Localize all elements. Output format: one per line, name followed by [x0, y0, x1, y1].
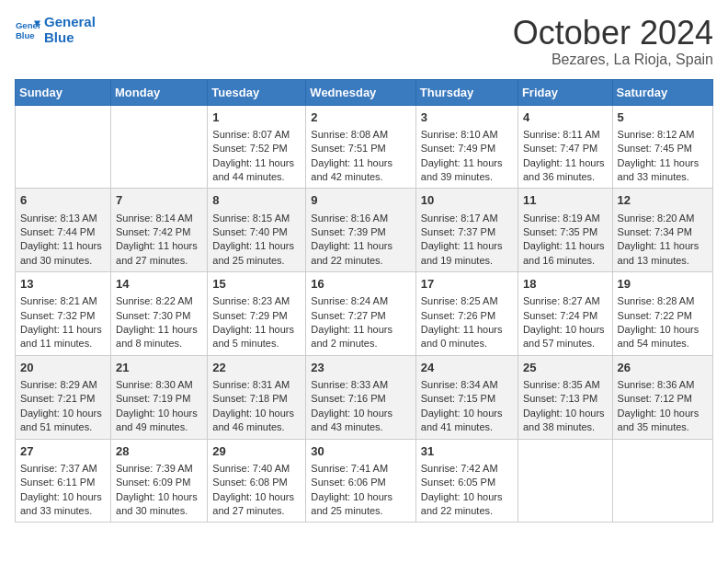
calendar-cell: 25Sunrise: 8:35 AMSunset: 7:13 PMDayligh…	[518, 355, 612, 439]
day-number: 12	[618, 192, 708, 209]
day-number: 29	[212, 443, 301, 460]
sunrise-text: Sunrise: 8:33 AM	[311, 378, 410, 392]
sunrise-text: Sunrise: 8:10 AM	[421, 128, 513, 142]
sunset-text: Sunset: 7:13 PM	[523, 392, 608, 406]
daylight-text: Daylight: 11 hours and 5 minutes.	[212, 323, 301, 351]
day-number: 22	[212, 360, 301, 376]
sunrise-text: Sunrise: 8:25 AM	[421, 294, 513, 308]
day-number: 6	[20, 192, 106, 209]
sunrise-text: Sunrise: 8:23 AM	[212, 294, 301, 308]
calendar-cell: 20Sunrise: 8:29 AMSunset: 7:21 PMDayligh…	[16, 355, 111, 439]
calendar-cell: 6Sunrise: 8:13 AMSunset: 7:44 PMDaylight…	[16, 189, 111, 272]
calendar-cell	[612, 439, 712, 523]
calendar-cell: 21Sunrise: 8:30 AMSunset: 7:19 PMDayligh…	[111, 355, 208, 439]
daylight-text: Daylight: 10 hours and 30 minutes.	[116, 490, 202, 519]
calendar-cell: 12Sunrise: 8:20 AMSunset: 7:34 PMDayligh…	[612, 189, 712, 272]
daylight-text: Daylight: 11 hours and 44 minutes.	[212, 156, 301, 185]
calendar-cell: 7Sunrise: 8:14 AMSunset: 7:42 PMDaylight…	[111, 189, 208, 272]
day-number: 23	[311, 360, 410, 376]
calendar-cell: 26Sunrise: 8:36 AMSunset: 7:12 PMDayligh…	[612, 355, 712, 439]
daylight-text: Daylight: 10 hours and 27 minutes.	[212, 490, 301, 519]
day-number: 2	[311, 109, 410, 126]
col-header-wednesday: Wednesday	[306, 79, 415, 105]
daylight-text: Daylight: 10 hours and 49 minutes.	[116, 407, 202, 435]
sunset-text: Sunset: 7:21 PM	[20, 392, 106, 406]
sunset-text: Sunset: 7:47 PM	[523, 142, 608, 155]
calendar-cell: 15Sunrise: 8:23 AMSunset: 7:29 PMDayligh…	[208, 272, 306, 356]
calendar-cell	[111, 105, 208, 189]
header-row: SundayMondayTuesdayWednesdayThursdayFrid…	[16, 79, 713, 105]
sunset-text: Sunset: 7:18 PM	[212, 392, 301, 406]
sunset-text: Sunset: 7:12 PM	[618, 392, 708, 406]
sunset-text: Sunset: 7:49 PM	[421, 142, 513, 155]
sunrise-text: Sunrise: 8:12 AM	[618, 128, 708, 142]
sunrise-text: Sunrise: 8:17 AM	[421, 212, 513, 225]
daylight-text: Daylight: 11 hours and 25 minutes.	[212, 239, 301, 268]
sunset-text: Sunset: 6:08 PM	[212, 476, 301, 489]
daylight-text: Daylight: 10 hours and 51 minutes.	[20, 407, 106, 435]
calendar-cell: 17Sunrise: 8:25 AMSunset: 7:26 PMDayligh…	[415, 272, 518, 356]
sunrise-text: Sunrise: 8:35 AM	[523, 378, 608, 392]
calendar-cell: 16Sunrise: 8:24 AMSunset: 7:27 PMDayligh…	[306, 272, 415, 356]
day-number: 17	[421, 276, 513, 293]
daylight-text: Daylight: 11 hours and 42 minutes.	[311, 156, 410, 185]
daylight-text: Daylight: 11 hours and 27 minutes.	[116, 239, 202, 268]
month-title: October 2024	[513, 15, 713, 52]
sunset-text: Sunset: 7:37 PM	[421, 225, 513, 239]
calendar-cell: 2Sunrise: 8:08 AMSunset: 7:51 PMDaylight…	[306, 105, 415, 189]
sunset-text: Sunset: 7:32 PM	[20, 309, 106, 323]
day-number: 4	[523, 109, 608, 126]
daylight-text: Daylight: 10 hours and 35 minutes.	[618, 407, 708, 435]
sunset-text: Sunset: 7:30 PM	[116, 309, 202, 323]
sunset-text: Sunset: 7:35 PM	[523, 225, 608, 239]
sunrise-text: Sunrise: 8:21 AM	[20, 294, 106, 308]
sunrise-text: Sunrise: 8:16 AM	[311, 212, 410, 225]
sunset-text: Sunset: 7:44 PM	[20, 225, 106, 239]
location: Bezares, La Rioja, Spain	[513, 52, 713, 68]
calendar-cell: 9Sunrise: 8:16 AMSunset: 7:39 PMDaylight…	[306, 189, 415, 272]
day-number: 28	[116, 443, 202, 460]
svg-text:Blue: Blue	[16, 29, 35, 40]
daylight-text: Daylight: 10 hours and 54 minutes.	[618, 323, 708, 351]
sunset-text: Sunset: 6:11 PM	[20, 476, 106, 489]
day-number: 5	[618, 109, 708, 126]
sunrise-text: Sunrise: 8:31 AM	[212, 378, 301, 392]
calendar-cell: 22Sunrise: 8:31 AMSunset: 7:18 PMDayligh…	[208, 355, 306, 439]
calendar-cell: 23Sunrise: 8:33 AMSunset: 7:16 PMDayligh…	[306, 355, 415, 439]
sunrise-text: Sunrise: 8:24 AM	[311, 294, 410, 308]
logo: General Blue General Blue	[15, 15, 96, 45]
sunrise-text: Sunrise: 7:39 AM	[116, 462, 202, 476]
sunrise-text: Sunrise: 8:30 AM	[116, 378, 202, 392]
sunrise-text: Sunrise: 8:29 AM	[20, 378, 106, 392]
calendar-cell: 24Sunrise: 8:34 AMSunset: 7:15 PMDayligh…	[415, 355, 518, 439]
sunset-text: Sunset: 7:19 PM	[116, 392, 202, 406]
day-number: 26	[618, 360, 708, 376]
calendar-cell: 29Sunrise: 7:40 AMSunset: 6:08 PMDayligh…	[208, 439, 306, 523]
calendar-week-4: 20Sunrise: 8:29 AMSunset: 7:21 PMDayligh…	[16, 355, 713, 439]
sunrise-text: Sunrise: 8:08 AM	[311, 128, 410, 142]
col-header-tuesday: Tuesday	[208, 79, 306, 105]
sunset-text: Sunset: 7:42 PM	[116, 225, 202, 239]
daylight-text: Daylight: 11 hours and 13 minutes.	[618, 239, 708, 268]
daylight-text: Daylight: 10 hours and 57 minutes.	[523, 323, 608, 351]
sunset-text: Sunset: 7:40 PM	[212, 225, 301, 239]
calendar-cell: 30Sunrise: 7:41 AMSunset: 6:06 PMDayligh…	[306, 439, 415, 523]
sunrise-text: Sunrise: 8:36 AM	[618, 378, 708, 392]
day-number: 27	[20, 443, 106, 460]
sunrise-text: Sunrise: 7:37 AM	[20, 462, 106, 476]
day-number: 24	[421, 360, 513, 376]
daylight-text: Daylight: 11 hours and 11 minutes.	[20, 323, 106, 351]
calendar-cell: 10Sunrise: 8:17 AMSunset: 7:37 PMDayligh…	[415, 189, 518, 272]
day-number: 1	[212, 109, 301, 126]
day-number: 16	[311, 276, 410, 293]
logo-icon: General Blue	[15, 17, 40, 43]
sunrise-text: Sunrise: 8:19 AM	[523, 212, 608, 225]
daylight-text: Daylight: 11 hours and 16 minutes.	[523, 239, 608, 268]
logo-line2: Blue	[44, 30, 96, 46]
day-number: 15	[212, 276, 301, 293]
sunrise-text: Sunrise: 7:42 AM	[421, 462, 513, 476]
daylight-text: Daylight: 10 hours and 46 minutes.	[212, 407, 301, 435]
calendar-week-3: 13Sunrise: 8:21 AMSunset: 7:32 PMDayligh…	[16, 272, 713, 356]
daylight-text: Daylight: 11 hours and 22 minutes.	[311, 239, 410, 268]
day-number: 25	[523, 360, 608, 376]
